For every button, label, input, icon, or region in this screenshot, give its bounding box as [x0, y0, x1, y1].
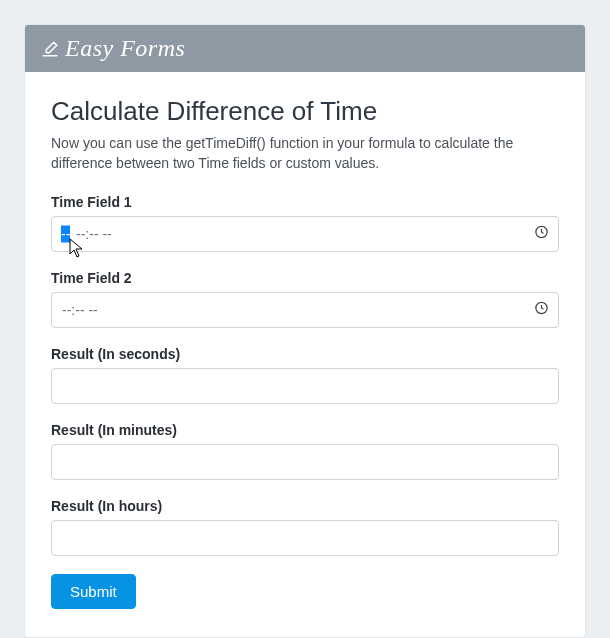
input-wrap-time1: -- — [51, 216, 559, 252]
time-field-2-input[interactable] — [51, 292, 559, 328]
label-result-minutes: Result (In minutes) — [51, 422, 559, 438]
field-group-result-minutes: Result (In minutes) — [51, 422, 559, 480]
label-result-hours: Result (In hours) — [51, 498, 559, 514]
field-group-result-hours: Result (In hours) — [51, 498, 559, 556]
time-field-1-input[interactable] — [51, 216, 559, 252]
brand-title: Easy Forms — [65, 35, 185, 62]
result-minutes-input[interactable] — [51, 444, 559, 480]
form-title: Calculate Difference of Time — [51, 96, 559, 127]
label-result-seconds: Result (In seconds) — [51, 346, 559, 362]
result-hours-input[interactable] — [51, 520, 559, 556]
field-group-time1: Time Field 1 -- — [51, 194, 559, 252]
edit-icon — [41, 40, 59, 58]
label-time1: Time Field 1 — [51, 194, 559, 210]
form-card: Easy Forms Calculate Difference of Time … — [24, 24, 586, 638]
card-body: Calculate Difference of Time Now you can… — [25, 72, 585, 637]
result-seconds-input[interactable] — [51, 368, 559, 404]
form-desc: Now you can use the getTimeDiff() functi… — [51, 133, 559, 174]
field-group-time2: Time Field 2 — [51, 270, 559, 328]
card-header: Easy Forms — [25, 25, 585, 72]
field-group-result-seconds: Result (In seconds) — [51, 346, 559, 404]
label-time2: Time Field 2 — [51, 270, 559, 286]
submit-button[interactable]: Submit — [51, 574, 136, 609]
